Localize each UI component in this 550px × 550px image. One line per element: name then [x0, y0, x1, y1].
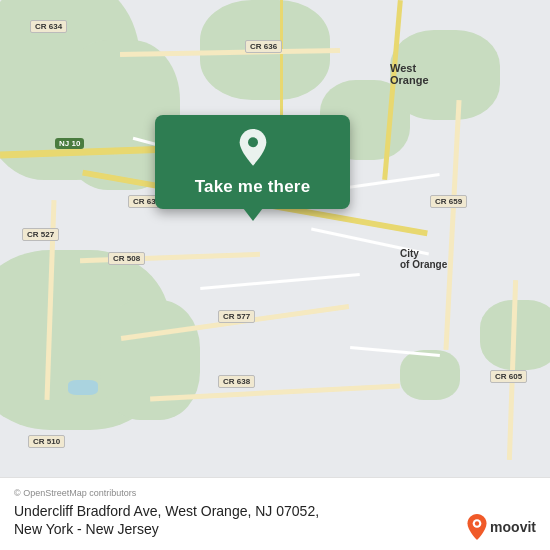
svg-point-0 — [248, 137, 258, 147]
attribution-text: © OpenStreetMap contributors — [14, 488, 536, 498]
moovit-brand-text: moovit — [490, 519, 536, 535]
map-background: CR 634 CR 636 NJ 10 CR 636 CR 659 CR 527… — [0, 0, 550, 550]
road-secondary2 — [200, 273, 360, 290]
label-cr577: CR 577 — [218, 310, 255, 323]
road-cr636-v — [280, 0, 283, 120]
road-secondary4 — [340, 173, 439, 190]
take-me-there-button[interactable]: Take me there — [195, 177, 311, 197]
bottom-bar: © OpenStreetMap contributors Undercliff … — [0, 477, 550, 550]
popup-card: Take me there — [155, 115, 350, 209]
label-cr636-top: CR 636 — [245, 40, 282, 53]
road-cr659-v — [443, 100, 461, 350]
label-cr634: CR 634 — [30, 20, 67, 33]
map-container: CR 634 CR 636 NJ 10 CR 636 CR 659 CR 527… — [0, 0, 550, 550]
moovit-logo: moovit — [467, 514, 536, 540]
green-area — [100, 300, 200, 420]
label-cr527: CR 527 — [22, 228, 59, 241]
label-nj10: NJ 10 — [55, 138, 84, 149]
place-city-orange: Cityof Orange — [400, 248, 447, 270]
label-cr508: CR 508 — [108, 252, 145, 265]
label-cr510: CR 510 — [28, 435, 65, 448]
green-area — [400, 350, 460, 400]
location-pin-icon — [233, 129, 273, 169]
place-west-orange: WestOrange — [390, 62, 429, 86]
svg-point-2 — [475, 521, 479, 525]
label-cr605: CR 605 — [490, 370, 527, 383]
moovit-pin-icon — [467, 514, 487, 540]
label-cr659: CR 659 — [430, 195, 467, 208]
label-cr638: CR 638 — [218, 375, 255, 388]
address-text: Undercliff Bradford Ave, West Orange, NJ… — [14, 502, 536, 538]
address-value: Undercliff Bradford Ave, West Orange, NJ… — [14, 503, 319, 537]
water — [68, 380, 98, 395]
